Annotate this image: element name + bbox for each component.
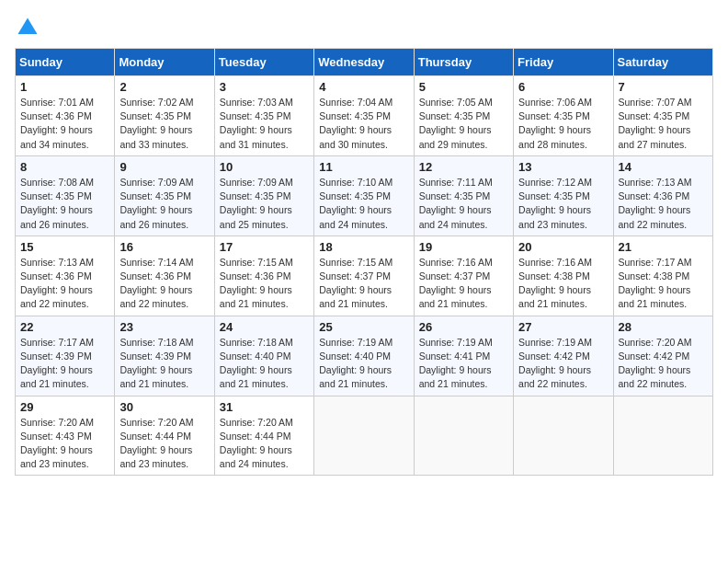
day-info: Sunrise: 7:14 AM Sunset: 4:36 PM Dayligh…	[119, 256, 209, 312]
calendar-cell: 2 Sunrise: 7:02 AM Sunset: 4:35 PM Dayli…	[115, 76, 214, 156]
day-number: 1	[20, 80, 109, 94]
column-header-thursday: Thursday	[414, 49, 513, 76]
calendar-cell: 11 Sunrise: 7:10 AM Sunset: 4:35 PM Dayl…	[314, 155, 414, 236]
calendar-week-2: 8 Sunrise: 7:08 AM Sunset: 4:35 PM Dayli…	[16, 155, 713, 236]
day-number: 25	[319, 320, 408, 334]
calendar-cell: 25 Sunrise: 7:19 AM Sunset: 4:40 PM Dayl…	[314, 316, 414, 396]
day-number: 6	[518, 80, 608, 94]
day-number: 11	[319, 160, 408, 174]
day-info: Sunrise: 7:15 AM Sunset: 4:37 PM Dayligh…	[319, 256, 408, 312]
day-info: Sunrise: 7:20 AM Sunset: 4:42 PM Dayligh…	[619, 336, 708, 392]
svg-marker-0	[18, 18, 38, 35]
calendar-cell: 12 Sunrise: 7:11 AM Sunset: 4:35 PM Dayl…	[414, 155, 513, 236]
day-info: Sunrise: 7:11 AM Sunset: 4:35 PM Dayligh…	[419, 176, 508, 232]
day-number: 14	[619, 160, 708, 174]
calendar-cell: 8 Sunrise: 7:08 AM Sunset: 4:35 PM Dayli…	[16, 155, 115, 236]
day-number: 18	[319, 240, 408, 254]
calendar-week-4: 22 Sunrise: 7:17 AM Sunset: 4:39 PM Dayl…	[16, 316, 713, 396]
calendar-cell	[514, 396, 613, 476]
day-number: 20	[518, 240, 608, 254]
day-number: 9	[119, 160, 209, 174]
day-info: Sunrise: 7:10 AM Sunset: 4:35 PM Dayligh…	[319, 176, 408, 232]
calendar-week-5: 29 Sunrise: 7:20 AM Sunset: 4:43 PM Dayl…	[16, 396, 713, 476]
day-number: 15	[20, 240, 109, 254]
calendar-cell: 29 Sunrise: 7:20 AM Sunset: 4:43 PM Dayl…	[16, 396, 115, 476]
day-number: 3	[220, 80, 309, 94]
calendar-cell: 5 Sunrise: 7:05 AM Sunset: 4:35 PM Dayli…	[414, 76, 513, 156]
day-info: Sunrise: 7:08 AM Sunset: 4:35 PM Dayligh…	[20, 176, 109, 232]
calendar-cell: 19 Sunrise: 7:16 AM Sunset: 4:37 PM Dayl…	[414, 236, 513, 316]
day-info: Sunrise: 7:17 AM Sunset: 4:38 PM Dayligh…	[619, 256, 708, 312]
calendar-cell: 23 Sunrise: 7:18 AM Sunset: 4:39 PM Dayl…	[115, 316, 214, 396]
day-info: Sunrise: 7:15 AM Sunset: 4:36 PM Dayligh…	[220, 256, 309, 312]
day-number: 19	[419, 240, 508, 254]
day-info: Sunrise: 7:04 AM Sunset: 4:35 PM Dayligh…	[319, 96, 408, 152]
day-info: Sunrise: 7:19 AM Sunset: 4:42 PM Dayligh…	[518, 336, 608, 392]
day-number: 22	[20, 320, 109, 334]
calendar-cell: 6 Sunrise: 7:06 AM Sunset: 4:35 PM Dayli…	[514, 76, 613, 156]
day-number: 16	[119, 240, 209, 254]
calendar-cell: 28 Sunrise: 7:20 AM Sunset: 4:42 PM Dayl…	[613, 316, 712, 396]
day-number: 7	[619, 80, 708, 94]
day-number: 24	[220, 320, 309, 334]
calendar-cell	[613, 396, 712, 476]
day-number: 31	[220, 400, 309, 414]
day-number: 13	[518, 160, 608, 174]
day-number: 4	[319, 80, 408, 94]
day-number: 10	[220, 160, 309, 174]
calendar-table: SundayMondayTuesdayWednesdayThursdayFrid…	[15, 48, 713, 476]
calendar-cell: 20 Sunrise: 7:16 AM Sunset: 4:38 PM Dayl…	[514, 236, 613, 316]
day-number: 5	[419, 80, 508, 94]
calendar-cell: 17 Sunrise: 7:15 AM Sunset: 4:36 PM Dayl…	[214, 236, 313, 316]
calendar-week-3: 15 Sunrise: 7:13 AM Sunset: 4:36 PM Dayl…	[16, 236, 713, 316]
day-info: Sunrise: 7:13 AM Sunset: 4:36 PM Dayligh…	[20, 256, 109, 312]
logo	[15, 15, 44, 40]
day-number: 2	[119, 80, 209, 94]
calendar-cell: 10 Sunrise: 7:09 AM Sunset: 4:35 PM Dayl…	[214, 155, 313, 236]
column-header-monday: Monday	[115, 49, 214, 76]
calendar-week-1: 1 Sunrise: 7:01 AM Sunset: 4:36 PM Dayli…	[16, 76, 713, 156]
day-number: 30	[119, 400, 209, 414]
day-info: Sunrise: 7:19 AM Sunset: 4:40 PM Dayligh…	[319, 336, 408, 392]
column-header-sunday: Sunday	[16, 49, 115, 76]
calendar-cell: 18 Sunrise: 7:15 AM Sunset: 4:37 PM Dayl…	[314, 236, 414, 316]
calendar-cell: 4 Sunrise: 7:04 AM Sunset: 4:35 PM Dayli…	[314, 76, 414, 156]
day-info: Sunrise: 7:18 AM Sunset: 4:39 PM Dayligh…	[119, 336, 209, 392]
calendar-cell: 22 Sunrise: 7:17 AM Sunset: 4:39 PM Dayl…	[16, 316, 115, 396]
calendar-cell: 9 Sunrise: 7:09 AM Sunset: 4:35 PM Dayli…	[115, 155, 214, 236]
day-info: Sunrise: 7:05 AM Sunset: 4:35 PM Dayligh…	[419, 96, 508, 152]
day-info: Sunrise: 7:20 AM Sunset: 4:44 PM Dayligh…	[220, 416, 309, 472]
calendar-cell: 21 Sunrise: 7:17 AM Sunset: 4:38 PM Dayl…	[613, 236, 712, 316]
calendar-cell: 26 Sunrise: 7:19 AM Sunset: 4:41 PM Dayl…	[414, 316, 513, 396]
day-info: Sunrise: 7:19 AM Sunset: 4:41 PM Dayligh…	[419, 336, 508, 392]
calendar-cell: 3 Sunrise: 7:03 AM Sunset: 4:35 PM Dayli…	[214, 76, 313, 156]
calendar-cell: 14 Sunrise: 7:13 AM Sunset: 4:36 PM Dayl…	[613, 155, 712, 236]
day-info: Sunrise: 7:20 AM Sunset: 4:43 PM Dayligh…	[20, 416, 109, 472]
calendar-cell: 16 Sunrise: 7:14 AM Sunset: 4:36 PM Dayl…	[115, 236, 214, 316]
calendar-cell: 27 Sunrise: 7:19 AM Sunset: 4:42 PM Dayl…	[514, 316, 613, 396]
day-number: 26	[419, 320, 508, 334]
day-info: Sunrise: 7:09 AM Sunset: 4:35 PM Dayligh…	[119, 176, 209, 232]
day-number: 12	[419, 160, 508, 174]
day-info: Sunrise: 7:02 AM Sunset: 4:35 PM Dayligh…	[119, 96, 209, 152]
column-header-saturday: Saturday	[613, 49, 712, 76]
day-info: Sunrise: 7:16 AM Sunset: 4:38 PM Dayligh…	[518, 256, 608, 312]
day-info: Sunrise: 7:13 AM Sunset: 4:36 PM Dayligh…	[619, 176, 708, 232]
day-info: Sunrise: 7:16 AM Sunset: 4:37 PM Dayligh…	[419, 256, 508, 312]
calendar-cell	[314, 396, 414, 476]
calendar-cell: 30 Sunrise: 7:20 AM Sunset: 4:44 PM Dayl…	[115, 396, 214, 476]
day-number: 8	[20, 160, 109, 174]
column-header-friday: Friday	[514, 49, 613, 76]
day-info: Sunrise: 7:07 AM Sunset: 4:35 PM Dayligh…	[619, 96, 708, 152]
day-number: 23	[119, 320, 209, 334]
day-info: Sunrise: 7:17 AM Sunset: 4:39 PM Dayligh…	[20, 336, 109, 392]
day-info: Sunrise: 7:01 AM Sunset: 4:36 PM Dayligh…	[20, 96, 109, 152]
calendar-header-row: SundayMondayTuesdayWednesdayThursdayFrid…	[16, 49, 713, 76]
day-number: 17	[220, 240, 309, 254]
calendar-cell: 15 Sunrise: 7:13 AM Sunset: 4:36 PM Dayl…	[16, 236, 115, 316]
day-number: 27	[518, 320, 608, 334]
calendar-cell: 7 Sunrise: 7:07 AM Sunset: 4:35 PM Dayli…	[613, 76, 712, 156]
day-number: 21	[619, 240, 708, 254]
day-info: Sunrise: 7:20 AM Sunset: 4:44 PM Dayligh…	[119, 416, 209, 472]
calendar-cell	[414, 396, 513, 476]
